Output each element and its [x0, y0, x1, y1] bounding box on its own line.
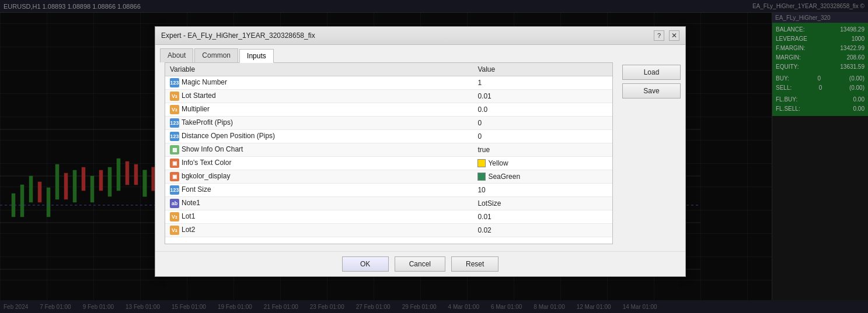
variable-icon: ▣ — [170, 172, 179, 181]
save-button[interactable]: Save — [622, 83, 681, 99]
table-row[interactable]: abNote1LotSize — [165, 197, 612, 210]
value-cell: 10 — [473, 184, 612, 197]
value-cell: LotSize — [473, 197, 612, 210]
reset-button[interactable]: Reset — [451, 256, 499, 272]
table-scroll-area[interactable]: Variable Value 123Magic Number1V₂Lot Sta… — [165, 63, 612, 244]
variable-cell: V₂Lot Started — [165, 90, 473, 103]
variable-cell: 123Magic Number — [165, 76, 473, 90]
variable-icon: V₂ — [170, 105, 179, 114]
variable-icon: 123 — [170, 185, 179, 195]
table-row[interactable]: ▣bgkolor_displaySeaGreen — [165, 170, 612, 184]
value-cell: 0.0 — [473, 103, 612, 117]
variable-cell: V₂Multiplier — [165, 103, 473, 117]
table-row[interactable]: V₂Lot10.01 — [165, 210, 612, 224]
value-cell: SeaGreen — [473, 170, 612, 184]
tab-common[interactable]: Common — [194, 48, 238, 62]
ok-button[interactable]: OK — [342, 256, 389, 272]
variable-icon: ab — [170, 199, 179, 208]
table-header-row: Variable Value — [165, 63, 612, 76]
dialog-title: Expert - EA_FLy_HiGher_1YEAR_320328658_f… — [161, 31, 315, 40]
variable-cell: V₂Lot2 — [165, 224, 473, 237]
table-row[interactable]: 123Magic Number1 — [165, 76, 612, 90]
params-table-container: Variable Value 123Magic Number1V₂Lot Sta… — [165, 62, 613, 244]
content-area: Variable Value 123Magic Number1V₂Lot Sta… — [160, 62, 681, 249]
dialog-controls: ? ✕ — [654, 30, 679, 41]
variable-icon: 123 — [170, 78, 179, 87]
table-section: Variable Value 123Magic Number1V₂Lot Sta… — [160, 62, 618, 249]
variable-icon: V₂ — [170, 92, 179, 101]
variable-cell: ▣bgkolor_display — [165, 170, 473, 184]
variable-cell: ▣Info's Text Color — [165, 157, 473, 170]
expert-dialog: Expert - EA_FLy_HiGher_1YEAR_320328658_f… — [155, 26, 686, 277]
col-value: Value — [473, 63, 612, 76]
value-cell: Yellow — [473, 157, 612, 170]
variable-icon: V₂ — [170, 226, 179, 235]
table-scroll[interactable]: Variable Value 123Magic Number1V₂Lot Sta… — [165, 63, 612, 244]
variable-icon: 123 — [170, 118, 179, 128]
table-row[interactable]: 123Font Size10 — [165, 184, 612, 197]
table-row[interactable]: V₂Multiplier0.0 — [165, 103, 612, 117]
table-row[interactable]: 123TakeProfit (Pips)0 — [165, 117, 612, 130]
dialog-titlebar: Expert - EA_FLy_HiGher_1YEAR_320328658_f… — [155, 27, 685, 45]
variable-icon: ▣ — [170, 159, 179, 168]
variable-icon: ▦ — [170, 145, 179, 154]
params-table: Variable Value 123Magic Number1V₂Lot Sta… — [165, 63, 612, 237]
tab-inputs[interactable]: Inputs — [239, 49, 274, 63]
variable-cell: 123Font Size — [165, 184, 473, 197]
variable-icon: 123 — [170, 132, 179, 141]
side-buttons-section: Load Save — [622, 62, 681, 249]
value-cell: 1 — [473, 76, 612, 90]
variable-cell: 123TakeProfit (Pips) — [165, 117, 473, 130]
table-row[interactable]: 123Distance Open Position (Pips)0 — [165, 130, 612, 143]
value-cell: 0.01 — [473, 90, 612, 103]
help-button[interactable]: ? — [654, 30, 664, 41]
col-variable: Variable — [165, 63, 473, 76]
table-row[interactable]: ▣Info's Text ColorYellow — [165, 157, 612, 170]
value-cell: true — [473, 143, 612, 157]
table-row[interactable]: V₂Lot Started0.01 — [165, 90, 612, 103]
value-cell: 0 — [473, 117, 612, 130]
load-button[interactable]: Load — [622, 65, 681, 80]
table-row[interactable]: V₂Lot20.02 — [165, 224, 612, 237]
dialog-tabs: About Common Inputs — [155, 45, 685, 62]
dialog-footer: OK Cancel Reset — [155, 251, 685, 276]
variable-icon: V₂ — [170, 212, 179, 221]
variable-cell: 123Distance Open Position (Pips) — [165, 130, 473, 143]
color-swatch — [477, 159, 486, 167]
value-cell: 0.01 — [473, 210, 612, 224]
variable-cell: ▦Show Info On Chart — [165, 143, 473, 157]
cancel-button[interactable]: Cancel — [395, 256, 445, 272]
value-cell: 0.02 — [473, 224, 612, 237]
close-button[interactable]: ✕ — [669, 30, 679, 41]
color-swatch — [477, 173, 486, 181]
value-cell: 0 — [473, 130, 612, 143]
table-row[interactable]: ▦Show Info On Charttrue — [165, 143, 612, 157]
variable-cell: V₂Lot1 — [165, 210, 473, 224]
tab-about[interactable]: About — [160, 48, 193, 62]
variable-cell: abNote1 — [165, 197, 473, 210]
